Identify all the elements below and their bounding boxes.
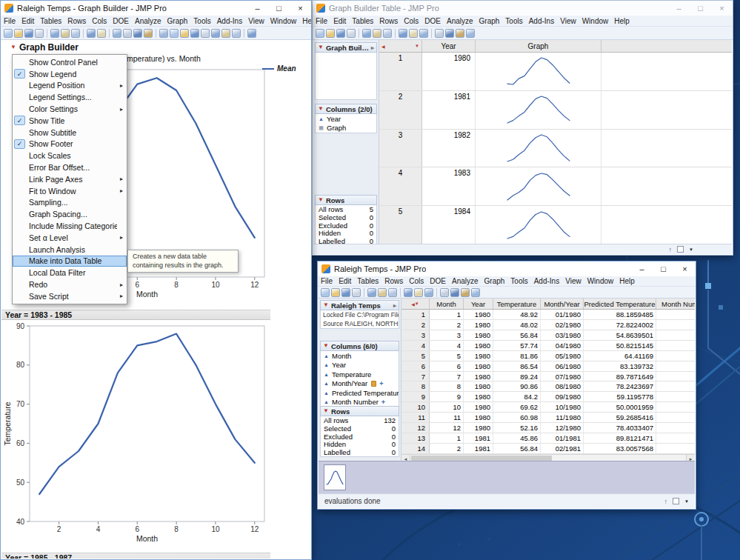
cell-graph[interactable]	[476, 167, 601, 205]
menu-item-show-legend[interactable]: ✓Show Legend	[13, 68, 127, 80]
cell[interactable]: 1	[430, 310, 464, 319]
cell[interactable]: 06/1980	[541, 361, 584, 371]
menu-item-local-data-filter[interactable]: Local Data Filter	[13, 267, 127, 279]
add-rows-icon[interactable]	[424, 288, 433, 297]
cell[interactable]: 88.1859485	[584, 310, 656, 319]
menu-view[interactable]: View	[562, 277, 584, 285]
cell[interactable]: 48.02	[493, 320, 541, 330]
table-row[interactable]: 77198089.2407/198089.78716497	[401, 372, 695, 382]
copy-icon[interactable]	[373, 29, 381, 38]
cell[interactable]: 1980	[464, 330, 493, 340]
minimize-button[interactable]: –	[247, 1, 268, 16]
collapse-chevron-icon[interactable]: ▸	[371, 44, 374, 51]
cell[interactable]: 48.92	[493, 310, 541, 319]
column-header-graph[interactable]: Graph	[476, 40, 601, 52]
cell-graph[interactable]	[476, 130, 601, 167]
cell[interactable]: 07/1980	[541, 372, 584, 381]
cell-year[interactable]: 1982	[422, 130, 476, 167]
annotate-tool-icon[interactable]	[232, 29, 241, 38]
red-triangle-menu-icon[interactable]: ▼	[323, 343, 329, 349]
menu-item-make-into-data-table[interactable]: Make into Data Table	[13, 256, 127, 267]
cell[interactable]: 4	[656, 341, 695, 350]
table-panel-header[interactable]: ▼ Raleigh Temps ▸	[320, 300, 399, 310]
cell[interactable]: 9	[430, 392, 464, 401]
column-header-month[interactable]: Month	[430, 299, 464, 309]
menu-analyze[interactable]: Analyze	[444, 17, 476, 25]
row-number[interactable]: 9	[401, 392, 430, 401]
row-number[interactable]: 3	[401, 330, 430, 340]
column-item-graph[interactable]: ▦Graph	[316, 124, 376, 133]
cell[interactable]: 89.7871649	[584, 372, 656, 381]
cell[interactable]: 8	[430, 381, 464, 391]
menu-edit[interactable]: Edit	[336, 277, 354, 285]
window-menu-icon[interactable]: ▼	[689, 247, 693, 252]
menu-view[interactable]: View	[245, 17, 267, 25]
cell[interactable]: 59.2685416	[584, 413, 656, 422]
menu-tools[interactable]: Tools	[190, 17, 213, 25]
cell[interactable]: 5	[430, 351, 464, 361]
open-icon[interactable]	[14, 29, 23, 38]
rows-menu-icon[interactable]: ▼	[415, 301, 419, 306]
cell[interactable]: 2	[656, 320, 695, 330]
cell[interactable]: 50.8215145	[584, 341, 656, 350]
cell[interactable]: 1	[656, 310, 695, 319]
cell[interactable]: 90.86	[493, 381, 541, 391]
close-button[interactable]: ×	[290, 1, 311, 16]
row-number[interactable]: 5	[379, 206, 422, 244]
menu-graph[interactable]: Graph	[164, 17, 191, 25]
cell[interactable]: 1980	[464, 351, 493, 361]
minimize-button[interactable]: –	[668, 1, 690, 16]
menu-rows[interactable]: Rows	[64, 17, 89, 25]
table-row[interactable]: 88198090.8608/198078.24236978	[401, 381, 695, 392]
undo-icon[interactable]	[87, 29, 96, 38]
cell-graph[interactable]	[476, 53, 601, 90]
graph-script-thumbnail[interactable]	[324, 464, 346, 490]
table-row[interactable]: 55198081.8605/198064.411695	[401, 351, 695, 361]
table-row[interactable]: 51984	[379, 206, 732, 244]
cell[interactable]: 1981	[464, 444, 493, 453]
column-item-month[interactable]: ▲Month	[321, 351, 399, 361]
cell[interactable]: 1980	[464, 310, 493, 319]
menu-edit[interactable]: Edit	[19, 17, 37, 25]
menu-window[interactable]: Window	[584, 277, 617, 285]
cell[interactable]: 11/1980	[541, 413, 584, 422]
column-item-year[interactable]: ▲Year	[316, 114, 376, 124]
menu-tools[interactable]: Tools	[507, 277, 530, 285]
red-triangle-menu-icon[interactable]: ▼	[318, 106, 324, 112]
menu-item-lock-scales[interactable]: Lock Scales	[13, 150, 127, 161]
excel-import-icon[interactable]	[367, 288, 376, 297]
cell[interactable]: 59.1195778	[584, 392, 656, 401]
up-arrow-icon[interactable]: ↑	[669, 246, 673, 253]
row-number[interactable]: 1	[401, 310, 430, 319]
menu-tools[interactable]: Tools	[502, 17, 525, 25]
cell[interactable]: 1980	[464, 392, 493, 401]
column-header-year[interactable]: Year	[464, 299, 493, 309]
menu-item-color-settings[interactable]: Color Settings▸	[13, 103, 127, 115]
cell[interactable]: 56.84	[493, 330, 541, 340]
cell[interactable]: 1980	[464, 402, 493, 412]
red-triangle-menu-icon[interactable]: ▼	[318, 44, 324, 50]
row-number[interactable]: 1	[379, 53, 422, 90]
distribution-icon[interactable]	[435, 29, 444, 38]
cell[interactable]: 05/1980	[541, 351, 584, 361]
graph-builder-icon[interactable]	[461, 288, 470, 297]
cell[interactable]: 1980	[464, 361, 493, 371]
cell[interactable]: 78.2423697	[584, 381, 656, 391]
cell[interactable]: 83.139732	[584, 361, 656, 371]
cell[interactable]: 4	[430, 341, 464, 350]
table-row[interactable]: 11980	[379, 53, 732, 91]
cell[interactable]: 1	[430, 433, 464, 443]
menu-item-show-title[interactable]: ✓Show Title	[13, 115, 127, 127]
maximize-button[interactable]: □	[268, 1, 290, 16]
menu-window[interactable]: Window	[267, 17, 300, 25]
brush-tool-icon[interactable]	[201, 29, 210, 38]
menu-file[interactable]: File	[1, 17, 19, 25]
distribution-icon[interactable]	[123, 29, 132, 38]
cell[interactable]: 1980	[464, 413, 493, 422]
cut-icon[interactable]	[50, 29, 59, 38]
menu-add-ins[interactable]: Add-Ins	[526, 17, 557, 25]
scroll-tool-icon[interactable]	[170, 29, 179, 38]
row-number[interactable]: 10	[401, 402, 430, 412]
cell[interactable]: 2	[430, 444, 464, 453]
cell[interactable]: 72.8224002	[584, 320, 656, 330]
